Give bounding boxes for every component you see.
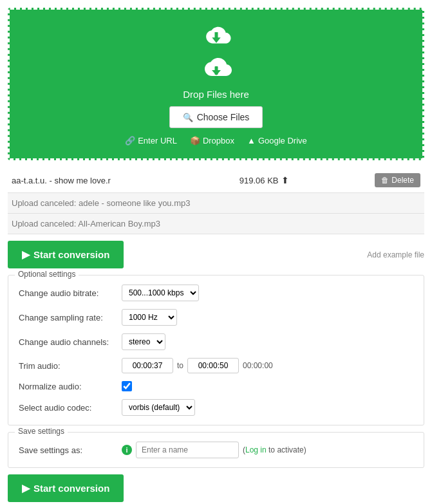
upload-dropzone[interactable]: Drop Files here 🔍 Choose Files 🔗 Enter U… xyxy=(8,8,424,160)
link-icon: 🔗 xyxy=(125,136,135,145)
channels-label: Change audio channels: xyxy=(19,337,122,347)
google-drive-link[interactable]: ▲ Google Drive xyxy=(247,136,307,145)
sampling-select[interactable]: 1000 Hz 22050 Hz 44100 Hz 48000 Hz xyxy=(122,309,177,326)
login-note: (Log in to activate) xyxy=(243,445,306,454)
enter-url-label: Enter URL xyxy=(138,136,177,145)
upload-icon-wrapper xyxy=(23,53,409,84)
normalize-label: Normalize audio: xyxy=(19,382,122,391)
optional-settings-section: Optional settings Change audio bitrate: … xyxy=(8,275,424,425)
normalize-control xyxy=(122,381,132,391)
channels-row: Change audio channels: stereo mono xyxy=(19,333,413,350)
add-example-link[interactable]: Add example file xyxy=(367,250,424,259)
trim-duration: 00:00:00 xyxy=(243,361,273,370)
delete-label: Delete xyxy=(391,176,414,185)
save-settings-legend: Save settings xyxy=(15,427,68,436)
normalize-row: Normalize audio: xyxy=(19,381,413,391)
save-name-input[interactable] xyxy=(136,442,239,458)
search-icon: 🔍 xyxy=(183,113,193,122)
canceled-row: Upload canceled: All-American Boy.mp3 xyxy=(8,214,424,234)
bitrate-label: Change audio bitrate: xyxy=(19,288,122,298)
google-drive-label: Google Drive xyxy=(258,136,307,145)
trim-to-label: to xyxy=(177,361,183,370)
channels-select[interactable]: stereo mono xyxy=(122,333,165,350)
trim-control: to 00:00:00 xyxy=(122,358,273,373)
start-conversion-label: Start conversion xyxy=(33,249,109,260)
canceled-row: Upload canceled: adele - someone like yo… xyxy=(8,193,424,214)
normalize-checkbox[interactable] xyxy=(122,381,132,391)
chevron-right-icon: ▶ xyxy=(22,248,30,261)
channels-control: stereo mono xyxy=(122,333,165,350)
bitrate-select[interactable]: 500...1000 kbps 128 kbps 192 kbps 256 kb… xyxy=(122,285,199,301)
trim-row: Trim audio: to 00:00:00 xyxy=(19,358,413,373)
file-list: aa-t.a.t.u. - show me love.r 919.06 KB ⬆… xyxy=(8,168,424,234)
download-icon: ⬆ xyxy=(281,175,289,185)
dropbox-icon: 📦 xyxy=(190,136,200,145)
sampling-label: Change sampling rate: xyxy=(19,313,122,322)
bitrate-row: Change audio bitrate: 500...1000 kbps 12… xyxy=(19,285,413,301)
codec-label: Select audio codec: xyxy=(19,403,122,413)
bottom-action-row: ▶ Start conversion xyxy=(8,474,424,502)
trim-label: Trim audio: xyxy=(19,361,122,371)
bitrate-control: 500...1000 kbps 128 kbps 192 kbps 256 kb… xyxy=(122,285,199,301)
enter-url-link[interactable]: 🔗 Enter URL xyxy=(125,136,177,145)
bottom-start-label: Start conversion xyxy=(33,483,109,494)
sampling-control: 1000 Hz 22050 Hz 44100 Hz 48000 Hz xyxy=(122,309,177,326)
trim-to-input[interactable] xyxy=(187,358,239,373)
canceled-message-1: Upload canceled: adele - someone like yo… xyxy=(12,198,191,208)
upload-links: 🔗 Enter URL 📦 Dropbox ▲ Google Drive xyxy=(23,136,409,145)
codec-row: Select audio codec: vorbis (default) lib… xyxy=(19,399,413,416)
dropbox-link[interactable]: 📦 Dropbox xyxy=(190,136,234,145)
chevron-right-icon-bottom: ▶ xyxy=(22,482,30,494)
trim-from-input[interactable] xyxy=(122,358,173,373)
codec-select[interactable]: vorbis (default) libmp3lame aac flac xyxy=(122,399,195,416)
canceled-message-2: Upload canceled: All-American Boy.mp3 xyxy=(12,219,160,229)
dropbox-label: Dropbox xyxy=(203,136,234,145)
login-link[interactable]: Log in xyxy=(245,445,267,454)
trash-icon: 🗑 xyxy=(381,176,389,185)
delete-button[interactable]: 🗑 Delete xyxy=(375,173,420,187)
save-row: Save settings as: i (Log in to activate) xyxy=(19,442,413,458)
info-icon[interactable]: i xyxy=(122,445,132,455)
drop-files-text: Drop Files here xyxy=(23,89,409,100)
file-name: aa-t.a.t.u. - show me love.r xyxy=(12,176,153,185)
file-size: 919.06 KB ⬆ xyxy=(153,175,375,185)
choose-files-button[interactable]: 🔍 Choose Files xyxy=(169,106,263,128)
sampling-row: Change sampling rate: 1000 Hz 22050 Hz 4… xyxy=(19,309,413,326)
start-conversion-button[interactable]: ▶ Start conversion xyxy=(8,241,124,268)
optional-settings-legend: Optional settings xyxy=(15,270,79,279)
action-row: ▶ Start conversion Add example file xyxy=(8,241,424,268)
choose-files-label: Choose Files xyxy=(197,112,250,122)
cloud-upload-icon xyxy=(200,23,232,48)
save-settings-section: Save settings Save settings as: i (Log i… xyxy=(8,432,424,468)
table-row: aa-t.a.t.u. - show me love.r 919.06 KB ⬆… xyxy=(8,168,424,193)
drive-icon: ▲ xyxy=(247,136,256,145)
save-control: i (Log in to activate) xyxy=(122,442,306,458)
bottom-start-conversion-button[interactable]: ▶ Start conversion xyxy=(8,474,124,502)
codec-control: vorbis (default) libmp3lame aac flac xyxy=(122,399,195,416)
save-label: Save settings as: xyxy=(19,445,122,455)
